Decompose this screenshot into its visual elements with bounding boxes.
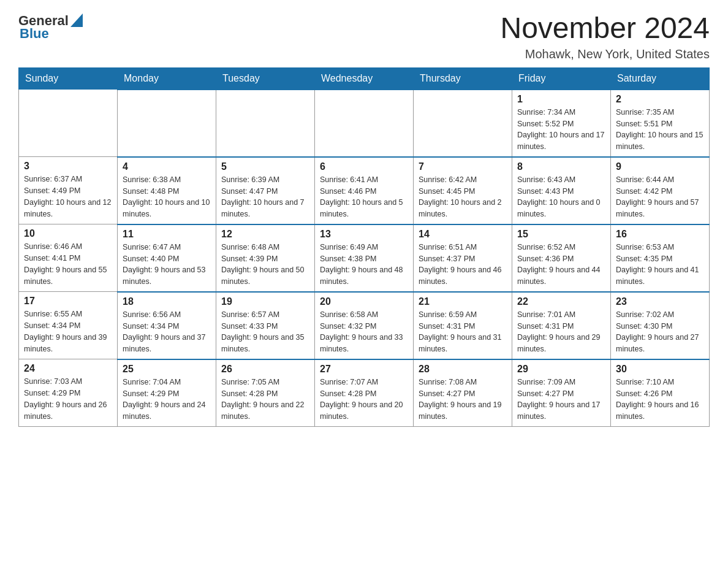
day-number: 25 [123,364,211,375]
day-number: 21 [419,296,507,307]
logo-triangle-icon [70,13,83,27]
day-number: 9 [616,161,704,172]
calendar-day-cell: 16Sunrise: 6:53 AMSunset: 4:35 PMDayligh… [611,224,710,292]
day-info: Sunrise: 6:59 AMSunset: 4:31 PMDaylight:… [419,309,507,355]
day-number: 16 [616,229,704,240]
svg-marker-0 [70,13,83,27]
day-info: Sunrise: 7:08 AMSunset: 4:27 PMDaylight:… [419,377,507,423]
day-number: 5 [221,161,309,172]
calendar-day-cell: 11Sunrise: 6:47 AMSunset: 4:40 PMDayligh… [118,224,216,292]
calendar-day-cell: 9Sunrise: 6:44 AMSunset: 4:42 PMDaylight… [611,157,710,224]
month-title: November 2024 [500,12,710,45]
day-number: 18 [123,296,211,307]
calendar-day-cell: 28Sunrise: 7:08 AMSunset: 4:27 PMDayligh… [414,359,512,427]
day-info: Sunrise: 7:10 AMSunset: 4:26 PMDaylight:… [616,377,704,423]
day-info: Sunrise: 6:41 AMSunset: 4:46 PMDaylight:… [320,174,408,220]
calendar-day-cell: 8Sunrise: 6:43 AMSunset: 4:43 PMDaylight… [512,157,611,224]
day-info: Sunrise: 7:02 AMSunset: 4:30 PMDaylight:… [616,309,704,355]
calendar-table: SundayMondayTuesdayWednesdayThursdayFrid… [18,67,710,427]
day-number: 3 [24,161,112,172]
calendar-day-cell: 26Sunrise: 7:05 AMSunset: 4:28 PMDayligh… [216,359,315,427]
day-info: Sunrise: 6:58 AMSunset: 4:32 PMDaylight:… [320,309,408,355]
calendar-day-cell [315,90,414,157]
day-info: Sunrise: 6:47 AMSunset: 4:40 PMDaylight:… [123,242,211,288]
calendar-day-cell: 17Sunrise: 6:55 AMSunset: 4:34 PMDayligh… [19,292,118,359]
calendar-header-row: SundayMondayTuesdayWednesdayThursdayFrid… [19,67,710,90]
day-info: Sunrise: 7:01 AMSunset: 4:31 PMDaylight:… [517,309,605,355]
day-number: 30 [616,364,704,375]
day-info: Sunrise: 7:03 AMSunset: 4:29 PMDaylight:… [24,376,112,422]
day-info: Sunrise: 6:44 AMSunset: 4:42 PMDaylight:… [616,174,704,220]
day-number: 2 [616,94,704,105]
calendar-day-cell: 19Sunrise: 6:57 AMSunset: 4:33 PMDayligh… [216,292,315,359]
day-number: 6 [320,161,408,172]
day-of-week-header: Thursday [414,67,512,90]
day-number: 4 [123,161,211,172]
title-block: November 2024 Mohawk, New York, United S… [500,12,710,61]
calendar-day-cell: 2Sunrise: 7:35 AMSunset: 5:51 PMDaylight… [611,90,710,157]
calendar-day-cell: 27Sunrise: 7:07 AMSunset: 4:28 PMDayligh… [315,359,414,427]
calendar-day-cell: 3Sunrise: 6:37 AMSunset: 4:49 PMDaylight… [19,157,118,224]
day-number: 11 [123,229,211,240]
day-number: 24 [24,363,112,374]
day-number: 29 [517,364,605,375]
calendar-day-cell: 13Sunrise: 6:49 AMSunset: 4:38 PMDayligh… [315,224,414,292]
day-of-week-header: Friday [512,67,611,90]
day-info: Sunrise: 6:55 AMSunset: 4:34 PMDaylight:… [24,308,112,354]
day-info: Sunrise: 7:09 AMSunset: 4:27 PMDaylight:… [517,377,605,423]
calendar-day-cell: 25Sunrise: 7:04 AMSunset: 4:29 PMDayligh… [118,359,216,427]
day-info: Sunrise: 6:42 AMSunset: 4:45 PMDaylight:… [419,174,507,220]
day-number: 20 [320,296,408,307]
calendar-day-cell: 24Sunrise: 7:03 AMSunset: 4:29 PMDayligh… [19,359,118,427]
day-info: Sunrise: 6:39 AMSunset: 4:47 PMDaylight:… [221,174,309,220]
day-info: Sunrise: 6:48 AMSunset: 4:39 PMDaylight:… [221,242,309,288]
calendar-day-cell [216,90,315,157]
calendar-week-row: 10Sunrise: 6:46 AMSunset: 4:41 PMDayligh… [19,224,710,292]
calendar-week-row: 17Sunrise: 6:55 AMSunset: 4:34 PMDayligh… [19,292,710,359]
calendar-day-cell: 29Sunrise: 7:09 AMSunset: 4:27 PMDayligh… [512,359,611,427]
calendar-week-row: 24Sunrise: 7:03 AMSunset: 4:29 PMDayligh… [19,359,710,427]
day-info: Sunrise: 6:46 AMSunset: 4:41 PMDaylight:… [24,241,112,287]
day-number: 10 [24,228,112,239]
calendar-day-cell: 23Sunrise: 7:02 AMSunset: 4:30 PMDayligh… [611,292,710,359]
day-of-week-header: Sunday [19,67,118,90]
day-info: Sunrise: 6:57 AMSunset: 4:33 PMDaylight:… [221,309,309,355]
day-info: Sunrise: 7:07 AMSunset: 4:28 PMDaylight:… [320,377,408,423]
day-info: Sunrise: 6:37 AMSunset: 4:49 PMDaylight:… [24,174,112,220]
location-subtitle: Mohawk, New York, United States [500,47,710,61]
day-number: 8 [517,161,605,172]
day-of-week-header: Saturday [611,67,710,90]
day-info: Sunrise: 6:56 AMSunset: 4:34 PMDaylight:… [123,309,211,355]
day-info: Sunrise: 6:51 AMSunset: 4:37 PMDaylight:… [419,242,507,288]
calendar-day-cell: 5Sunrise: 6:39 AMSunset: 4:47 PMDaylight… [216,157,315,224]
day-number: 23 [616,296,704,307]
day-info: Sunrise: 6:53 AMSunset: 4:35 PMDaylight:… [616,242,704,288]
day-number: 22 [517,296,605,307]
calendar-week-row: 1Sunrise: 7:34 AMSunset: 5:52 PMDaylight… [19,90,710,157]
page-header: General Blue November 2024 Mohawk, New Y… [18,12,710,61]
day-of-week-header: Wednesday [315,67,414,90]
calendar-day-cell: 18Sunrise: 6:56 AMSunset: 4:34 PMDayligh… [118,292,216,359]
day-info: Sunrise: 7:34 AMSunset: 5:52 PMDaylight:… [517,107,605,153]
calendar-week-row: 3Sunrise: 6:37 AMSunset: 4:49 PMDaylight… [19,157,710,224]
calendar-day-cell: 12Sunrise: 6:48 AMSunset: 4:39 PMDayligh… [216,224,315,292]
day-info: Sunrise: 7:35 AMSunset: 5:51 PMDaylight:… [616,107,704,153]
day-number: 12 [221,229,309,240]
day-info: Sunrise: 6:52 AMSunset: 4:36 PMDaylight:… [517,242,605,288]
day-number: 19 [221,296,309,307]
calendar-day-cell [118,90,216,157]
calendar-day-cell: 30Sunrise: 7:10 AMSunset: 4:26 PMDayligh… [611,359,710,427]
calendar-day-cell [414,90,512,157]
day-info: Sunrise: 6:38 AMSunset: 4:48 PMDaylight:… [123,174,211,220]
day-number: 14 [419,229,507,240]
calendar-day-cell: 1Sunrise: 7:34 AMSunset: 5:52 PMDaylight… [512,90,611,157]
calendar-day-cell: 4Sunrise: 6:38 AMSunset: 4:48 PMDaylight… [118,157,216,224]
calendar-day-cell: 22Sunrise: 7:01 AMSunset: 4:31 PMDayligh… [512,292,611,359]
calendar-day-cell [19,90,118,157]
calendar-day-cell: 14Sunrise: 6:51 AMSunset: 4:37 PMDayligh… [414,224,512,292]
day-number: 27 [320,364,408,375]
calendar-day-cell: 6Sunrise: 6:41 AMSunset: 4:46 PMDaylight… [315,157,414,224]
day-of-week-header: Tuesday [216,67,315,90]
day-number: 28 [419,364,507,375]
day-number: 13 [320,229,408,240]
